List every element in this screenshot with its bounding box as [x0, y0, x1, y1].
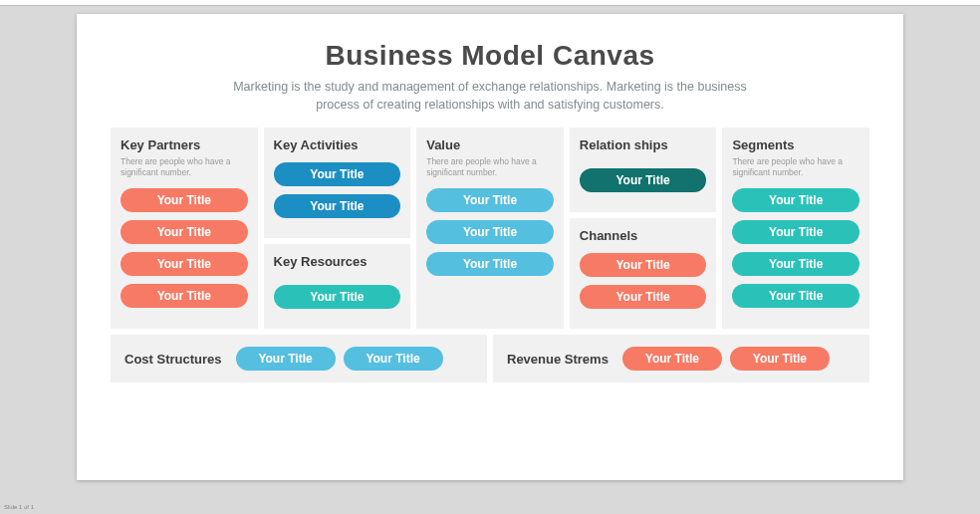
- canvas-grid: Key Partners There are people who have a…: [111, 128, 869, 329]
- cell-title: Value: [426, 137, 554, 152]
- cell-value[interactable]: Value There are people who have a signif…: [416, 128, 564, 329]
- cell-title: Relation ships: [580, 137, 707, 152]
- cell-segments[interactable]: Segments There are people who have a sig…: [722, 128, 869, 329]
- pill-row: Your Title Your Title: [236, 347, 443, 371]
- pill[interactable]: Your Title: [732, 188, 859, 212]
- pill[interactable]: Your Title: [121, 188, 248, 212]
- cell-title: Key Activities: [274, 137, 401, 152]
- pill[interactable]: Your Title: [730, 347, 830, 371]
- slide-title[interactable]: Business Model Canvas: [111, 40, 869, 72]
- pill[interactable]: Your Title: [732, 252, 859, 276]
- cell-desc: There are people who have a significant …: [121, 156, 248, 177]
- status-bar: Slide 1 of 1: [4, 504, 34, 510]
- cell-title: Key Resources: [274, 254, 401, 269]
- cell-key-resources[interactable]: Key Resources Your Title: [264, 244, 411, 329]
- pill[interactable]: Your Title: [121, 284, 248, 308]
- pill[interactable]: Your Title: [732, 284, 859, 308]
- pill[interactable]: Your Title: [274, 162, 401, 186]
- cell-desc: There are people who have a significant …: [426, 156, 554, 177]
- pill[interactable]: Your Title: [121, 252, 248, 276]
- column-relations-channels: Relation ships Your Title Channels Your …: [570, 128, 717, 329]
- pill[interactable]: Your Title: [580, 285, 707, 309]
- cell-relationships[interactable]: Relation ships Your Title: [570, 128, 717, 212]
- pill[interactable]: Your Title: [426, 252, 554, 276]
- cell-desc: There are people who have a significant …: [732, 156, 859, 177]
- cell-revenue-streams[interactable]: Revenue Strems Your Title Your Title: [493, 335, 869, 383]
- cell-key-partners[interactable]: Key Partners There are people who have a…: [111, 128, 258, 329]
- pill[interactable]: Your Title: [732, 220, 859, 244]
- pill[interactable]: Your Title: [274, 194, 401, 218]
- column-activities-resources: Key Activities Your Title Your Title Key…: [264, 128, 411, 329]
- cell-title: Key Partners: [121, 137, 248, 152]
- pill[interactable]: Your Title: [426, 188, 554, 212]
- pill[interactable]: Your Title: [580, 168, 707, 192]
- canvas-bottom-row: Cost Structures Your Title Your Title Re…: [111, 335, 869, 383]
- slide-canvas: Business Model Canvas Marketing is the s…: [77, 14, 903, 480]
- cell-cost-structures[interactable]: Cost Structures Your Title Your Title: [111, 335, 487, 383]
- pill[interactable]: Your Title: [622, 347, 722, 371]
- pill[interactable]: Your Title: [274, 285, 401, 309]
- pill[interactable]: Your Title: [121, 220, 248, 244]
- cell-title: Segments: [732, 137, 859, 152]
- pill[interactable]: Your Title: [580, 253, 707, 277]
- cell-title: Revenue Strems: [507, 352, 609, 367]
- cell-key-activities[interactable]: Key Activities Your Title Your Title: [264, 128, 411, 238]
- pill[interactable]: Your Title: [236, 347, 336, 371]
- pill-row: Your Title Your Title: [622, 347, 830, 371]
- cell-title: Channels: [580, 228, 707, 243]
- pill[interactable]: Your Title: [426, 220, 554, 244]
- pill[interactable]: Your Title: [344, 347, 443, 371]
- cell-channels[interactable]: Channels Your Title Your Title: [570, 218, 717, 329]
- slide-subtitle[interactable]: Marketing is the study and management of…: [221, 78, 759, 114]
- ribbon-bar: [0, 0, 980, 6]
- cell-title: Cost Structures: [124, 352, 222, 367]
